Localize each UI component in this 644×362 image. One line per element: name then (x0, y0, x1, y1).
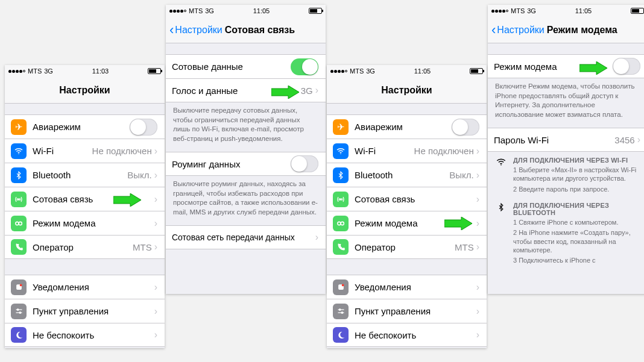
status-time: 11:03 (53, 67, 148, 75)
chevron-right-icon: › (476, 282, 479, 293)
hotspot-icon (11, 216, 27, 231)
network-label: 3G (205, 7, 214, 14)
airplane-label: Авиарежим (33, 122, 130, 132)
row-cellular-data[interactable]: Сотовые данные (166, 54, 326, 78)
row-wifi[interactable]: Wi-Fi Не подключен › (5, 139, 165, 163)
footer-text-2: Выключите роуминг данных, находясь за гр… (166, 176, 326, 217)
wifi-label: Wi-Fi (355, 146, 414, 156)
signal-icon (169, 10, 186, 13)
roaming-toggle[interactable] (291, 155, 318, 172)
roaming-label: Роуминг данных (172, 159, 291, 169)
chevron-right-icon: › (154, 170, 157, 181)
hotspot-group-2: Пароль Wi-Fi 3456 › (488, 128, 644, 152)
settings-group-1: ✈ Авиарежим Wi-Fi Не подключен › Bluetoo… (5, 114, 165, 259)
wifi-icon (495, 157, 507, 193)
chevron-right-icon: › (637, 134, 640, 145)
row-hotspot-toggle[interactable]: Режим модема (488, 54, 644, 78)
network-label: 3G (527, 7, 536, 14)
notifications-icon (333, 279, 349, 295)
page-title: Настройки (5, 85, 165, 96)
hotspot-group-1: Режим модема (488, 54, 644, 78)
row-hotspot[interactable]: Режим модема › (5, 211, 165, 235)
row-apn[interactable]: Сотовая сеть передачи данных › (166, 225, 326, 249)
row-control-center[interactable]: Пункт управления › (5, 299, 165, 323)
navbar: Настройки (327, 77, 487, 104)
control-center-icon (11, 304, 27, 319)
cellular-group-1: Сотовые данные Голос и данные 3G › (166, 54, 326, 102)
navbar: Настройки (5, 77, 165, 104)
row-bluetooth[interactable]: Bluetooth Выкл. › (327, 163, 487, 187)
row-carrier[interactable]: Оператор MTS › (327, 235, 487, 259)
svg-point-16 (339, 309, 341, 311)
svg-point-6 (17, 309, 19, 311)
row-wifi-password[interactable]: Пароль Wi-Fi 3456 › (488, 128, 644, 152)
help-bt-header: ДЛЯ ПОДКЛЮЧЕНИЯ ЧЕРЕЗ BLUETOOTH (513, 202, 609, 216)
row-voice-data[interactable]: Голос и данные 3G › (166, 78, 326, 102)
settings-group-2: Уведомления › Пункт управления › Не бесп… (327, 275, 487, 347)
row-dnd[interactable]: Не беспокоить › (5, 323, 165, 347)
wifi-detail: Не подключен (92, 146, 152, 156)
page-title: Сотовая связь (225, 25, 295, 36)
hotspot-label: Режим модема (33, 218, 154, 228)
chevron-right-icon: › (154, 242, 157, 252)
battery-icon (631, 8, 644, 14)
svg-point-15 (341, 284, 344, 287)
row-cellular[interactable]: Сотовая связь › (327, 187, 487, 211)
network-label: 3G (366, 67, 375, 75)
status-bar: MTS 3G 11:05 (488, 5, 644, 17)
row-hotspot[interactable]: Режим модема › (327, 211, 487, 235)
hotspot-toggle[interactable] (613, 58, 640, 75)
hotspot-label: Режим модема (355, 218, 476, 228)
help-wifi-header: ДЛЯ ПОДКЛЮЧЕНИЯ ЧЕРЕЗ WI-FI (513, 157, 628, 164)
airplane-toggle[interactable] (452, 119, 479, 136)
back-button[interactable]: ‹Настройки (491, 23, 545, 37)
row-wifi[interactable]: Wi-Fi Не подключен › (327, 139, 487, 163)
chevron-right-icon: › (476, 306, 479, 317)
hotspot-footer: Включите Режим модема, чтобы позволить i… (488, 78, 644, 119)
help-wifi-step2: 2 Введите пароль при запросе. (513, 185, 640, 193)
row-airplane[interactable]: ✈ Авиарежим (327, 114, 487, 139)
chevron-right-icon: › (476, 242, 479, 252)
bluetooth-label: Bluetooth (33, 170, 127, 180)
chevron-right-icon: › (476, 218, 479, 229)
apn-label: Сотовая сеть передачи данных (172, 232, 315, 242)
status-bar: MTS 3G 11:03 (5, 65, 165, 77)
bluetooth-icon (333, 167, 349, 183)
cellular-group-2: Роуминг данных (166, 152, 326, 176)
status-time: 11:05 (375, 67, 470, 75)
row-dnd[interactable]: Не беспокоить › (327, 323, 487, 347)
hotspot-toggle-label: Режим модема (494, 61, 613, 72)
row-cellular[interactable]: Сотовая связь › (5, 187, 165, 211)
cellular-icon (333, 192, 349, 207)
row-bluetooth[interactable]: Bluetooth Выкл. › (5, 163, 165, 187)
svg-point-5 (19, 284, 22, 287)
carrier-label2: Оператор (33, 242, 133, 252)
row-control-center[interactable]: Пункт управления › (327, 299, 487, 323)
hotspot-icon (333, 216, 349, 231)
back-label: Настройки (175, 25, 222, 36)
wifi-detail: Не подключен (414, 146, 474, 156)
row-airplane[interactable]: ✈ Авиарежим (5, 114, 165, 139)
row-roaming[interactable]: Роуминг данных (166, 152, 326, 176)
cellular-label: Сотовая связь (33, 194, 154, 204)
phone-settings-1: MTS 3G 11:03 Настройки ✈ Авиарежим Wi-Fi… (5, 65, 165, 348)
dnd-icon (333, 327, 349, 343)
back-label: Настройки (497, 25, 544, 36)
row-notifications[interactable]: Уведомления › (5, 275, 165, 299)
network-label: 3G (44, 67, 53, 75)
help-bt-step1: 1 Свяжите iPhone с компьютером. (513, 218, 640, 226)
back-button[interactable]: ‹Настройки (169, 23, 223, 37)
row-carrier[interactable]: Оператор MTS › (5, 235, 165, 259)
footer-text-1: Выключите передачу сотовых данных, чтобы… (166, 102, 326, 143)
wifi-pw-label: Пароль Wi-Fi (494, 135, 614, 145)
chevron-right-icon: › (315, 85, 318, 96)
page-title: Режим модема (547, 25, 617, 36)
cell-data-toggle[interactable] (291, 58, 318, 75)
cell-data-label: Сотовые данные (172, 61, 291, 72)
carrier-detail: MTS (133, 242, 152, 252)
airplane-label: Авиарежим (355, 122, 452, 132)
svg-point-11 (340, 199, 341, 200)
airplane-toggle[interactable] (130, 119, 157, 136)
row-notifications[interactable]: Уведомления › (327, 275, 487, 299)
wifi-icon (11, 143, 27, 159)
